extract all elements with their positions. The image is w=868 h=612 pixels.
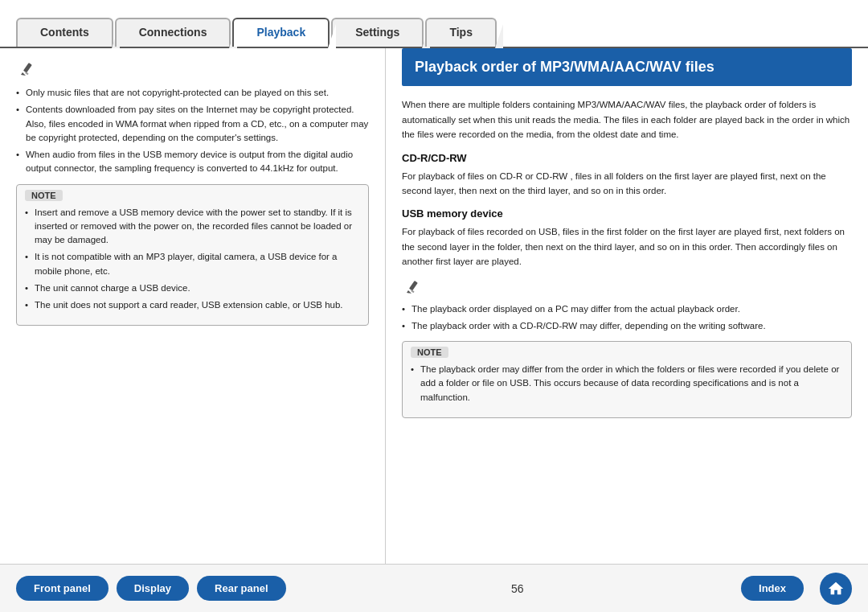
left-note-bullet-2: It is not compatible with an MP3 player,… [25, 250, 360, 278]
page-number: 56 [294, 582, 742, 595]
tab-settings[interactable]: Settings [331, 18, 424, 47]
pencil-svg-right [402, 279, 418, 295]
left-bullets: Only music files that are not copyright-… [16, 86, 369, 176]
rear-panel-button[interactable]: Rear panel [197, 576, 285, 601]
left-note-bullet-1: Insert and remove a USB memory device wi… [25, 206, 360, 248]
usb-heading: USB memory device [402, 207, 852, 220]
section-cdrw: CD-R/CD-RW For playback of files on CD-R… [402, 152, 852, 199]
front-panel-button[interactable]: Front panel [16, 576, 108, 601]
pencil-icon-right [402, 279, 852, 299]
left-bullet-3: When audio from files in the USB memory … [16, 148, 369, 176]
right-tip-2: The playback order with a CD-R/CD-RW may… [402, 319, 852, 333]
right-tip-bullets: The playback order displayed on a PC may… [402, 302, 852, 334]
right-panel: Playback order of MP3/WMA/AAC/WAV files … [386, 48, 868, 564]
tab-contents-label: Contents [40, 26, 89, 39]
display-button[interactable]: Display [117, 576, 189, 601]
top-nav: Contents Connections Playback Settings T… [0, 0, 868, 48]
tab-playback-label: Playback [256, 26, 305, 39]
right-bottom-btns: Index [741, 573, 852, 605]
bottom-nav: Front panel Display Rear panel 56 Index [0, 564, 868, 612]
svg-marker-4 [407, 290, 411, 294]
tab-connections[interactable]: Connections [115, 18, 231, 47]
intro-text: When there are multiple folders containi… [402, 97, 852, 142]
left-panel: Only music files that are not copyright-… [0, 48, 386, 564]
left-note-label: NOTE [25, 190, 63, 201]
tab-playback[interactable]: Playback [232, 18, 330, 47]
home-icon [827, 580, 845, 598]
tab-contents[interactable]: Contents [16, 18, 113, 47]
home-button[interactable] [820, 573, 852, 605]
pencil-svg-left [16, 61, 32, 77]
index-button[interactable]: Index [741, 576, 804, 601]
right-note-bullets: The playback order may differ from the o… [411, 363, 843, 405]
right-pencil-area: The playback order displayed on a PC may… [402, 279, 852, 334]
svg-marker-1 [21, 72, 26, 76]
svg-rect-3 [409, 280, 418, 290]
tab-connections-label: Connections [139, 26, 207, 39]
left-note-bullet-4: The unit does not support a card reader,… [25, 298, 360, 312]
left-bullet-1: Only music files that are not copyright-… [16, 86, 369, 100]
pencil-icon-left [16, 61, 369, 81]
left-note-bullets: Insert and remove a USB memory device wi… [25, 206, 360, 313]
tab-settings-label: Settings [355, 26, 399, 39]
right-note-box: NOTE The playback order may differ from … [402, 341, 852, 418]
cdrw-text: For playback of files on CD-R or CD-RW ,… [402, 169, 852, 199]
tab-tips-label: Tips [449, 26, 473, 39]
svg-rect-0 [23, 63, 32, 73]
page-title: Playback order of MP3/WMA/AAC/WAV files [402, 48, 852, 86]
right-note-label: NOTE [411, 347, 448, 358]
main-content: Only music files that are not copyright-… [0, 48, 868, 564]
left-bullet-2: Contents downloaded from pay sites on th… [16, 103, 369, 145]
tab-tips[interactable]: Tips [425, 18, 497, 47]
left-note-box: NOTE Insert and remove a USB memory devi… [16, 184, 369, 327]
usb-text: For playback of files recorded on USB, f… [402, 224, 852, 269]
left-note-bullet-3: The unit cannot charge a USB device. [25, 281, 360, 295]
right-note-bullet-1: The playback order may differ from the o… [411, 363, 843, 405]
section-usb: USB memory device For playback of files … [402, 207, 852, 269]
cdrw-heading: CD-R/CD-RW [402, 152, 852, 164]
right-tip-1: The playback order displayed on a PC may… [402, 302, 852, 316]
